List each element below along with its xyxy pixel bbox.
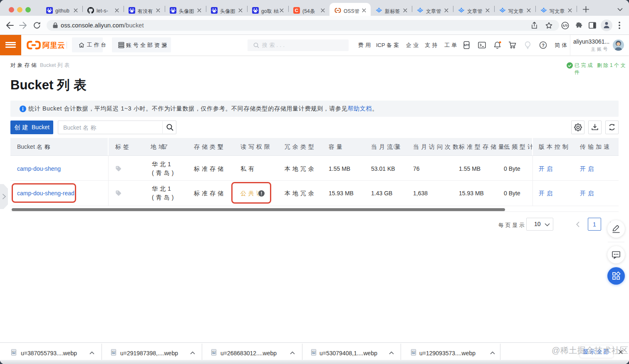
svg-text:?: ? (395, 145, 397, 149)
svg-text:C: C (295, 8, 298, 13)
svg-text:APP: APP (464, 43, 470, 46)
svg-text:?: ? (542, 42, 545, 47)
